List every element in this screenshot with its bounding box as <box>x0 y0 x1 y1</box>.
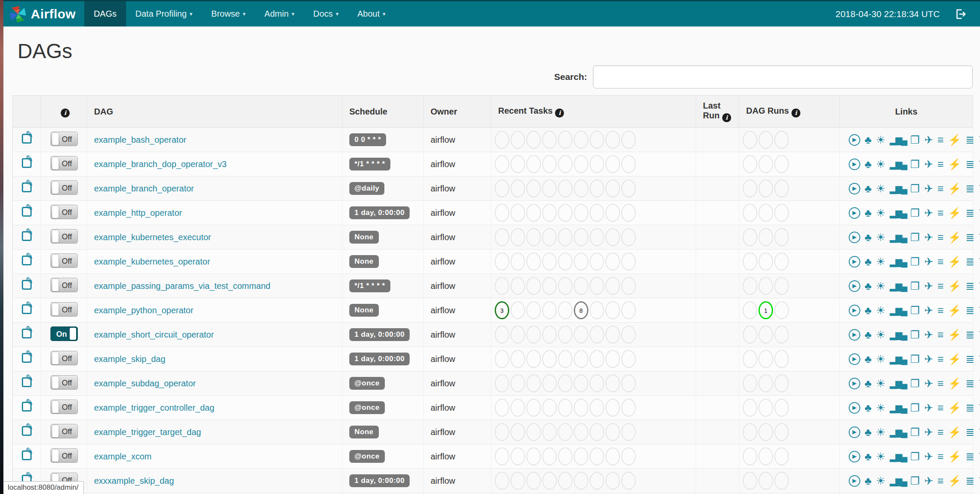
gantt-icon[interactable]: ≡ <box>937 427 944 438</box>
gantt-icon[interactable]: ≡ <box>937 159 944 170</box>
trigger-dag-icon[interactable]: ▶ <box>849 232 860 243</box>
graph-view-icon[interactable]: ☀ <box>876 256 885 267</box>
task-tries-icon[interactable]: ❐ <box>910 329 920 340</box>
task-duration-icon[interactable]: ▂▆▄ <box>890 452 906 461</box>
edit-dag-icon[interactable]: ✎ <box>22 426 32 436</box>
task-duration-icon[interactable]: ▂▆▄ <box>890 282 906 291</box>
task-tries-icon[interactable]: ❐ <box>910 403 920 413</box>
dag-link[interactable]: example_bash_operator <box>94 135 186 144</box>
code-icon[interactable]: ⚡ <box>948 403 961 413</box>
gantt-icon[interactable]: ≡ <box>937 208 944 218</box>
landing-times-icon[interactable]: ✈ <box>924 183 933 194</box>
edit-dag-icon[interactable]: ✎ <box>22 231 32 241</box>
trigger-dag-icon[interactable]: ▶ <box>849 378 860 389</box>
task-state-circle-success[interactable]: 3 <box>495 301 509 319</box>
task-duration-icon[interactable]: ▂▆▄ <box>890 233 906 242</box>
edit-dag-icon[interactable]: ✎ <box>22 256 32 265</box>
dag-link[interactable]: example_branch_dop_operator_v3 <box>94 159 227 169</box>
search-input[interactable] <box>593 65 973 88</box>
dag-details-icon[interactable]: ≣ <box>965 256 974 267</box>
task-duration-icon[interactable]: ▂▆▄ <box>890 476 906 485</box>
dag-pause-toggle[interactable]: Off <box>50 375 78 390</box>
code-icon[interactable]: ⚡ <box>948 135 961 145</box>
dag-link[interactable]: example_subdag_operator <box>94 379 196 388</box>
code-icon[interactable]: ⚡ <box>948 476 961 486</box>
graph-view-icon[interactable]: ☀ <box>876 427 885 438</box>
code-icon[interactable]: ⚡ <box>948 305 961 316</box>
dag-details-icon[interactable]: ≣ <box>965 427 974 438</box>
dag-pause-toggle[interactable]: Off <box>50 302 78 317</box>
gantt-icon[interactable]: ≡ <box>937 305 944 316</box>
dag-pause-toggle[interactable]: Off <box>50 180 78 195</box>
graph-view-icon[interactable]: ☀ <box>876 183 885 194</box>
dag-details-icon[interactable]: ≣ <box>965 451 974 462</box>
task-state-circle-queued[interactable]: 8 <box>574 301 588 319</box>
landing-times-icon[interactable]: ✈ <box>924 159 933 170</box>
dag-pause-toggle[interactable]: Off <box>50 351 78 365</box>
trigger-dag-icon[interactable]: ▶ <box>849 183 860 194</box>
edit-dag-icon[interactable]: ✎ <box>22 280 32 290</box>
trigger-dag-icon[interactable]: ▶ <box>849 402 860 414</box>
code-icon[interactable]: ⚡ <box>948 329 961 340</box>
task-tries-icon[interactable]: ❐ <box>910 159 920 170</box>
code-icon[interactable]: ⚡ <box>948 159 961 170</box>
landing-times-icon[interactable]: ✈ <box>924 476 933 486</box>
dag-details-icon[interactable]: ≣ <box>965 232 974 243</box>
trigger-dag-icon[interactable]: ▶ <box>849 451 860 462</box>
dag-link[interactable]: example_python_operator <box>94 306 193 315</box>
landing-times-icon[interactable]: ✈ <box>924 232 933 243</box>
dag-pause-toggle[interactable]: Off <box>50 448 78 463</box>
dag-link[interactable]: example_xcom <box>94 452 152 461</box>
nav-item-browse[interactable]: Browse▾ <box>202 1 255 26</box>
dag-link[interactable]: example_http_operator <box>94 208 182 218</box>
tree-view-icon[interactable]: ♣ <box>865 403 871 413</box>
gantt-icon[interactable]: ≡ <box>937 403 944 413</box>
code-icon[interactable]: ⚡ <box>948 378 961 389</box>
code-icon[interactable]: ⚡ <box>948 354 961 365</box>
graph-view-icon[interactable]: ☀ <box>876 451 885 462</box>
tree-view-icon[interactable]: ♣ <box>865 159 871 170</box>
edit-dag-icon[interactable]: ✎ <box>22 304 32 314</box>
task-tries-icon[interactable]: ❐ <box>910 305 920 316</box>
task-duration-icon[interactable]: ▂▆▄ <box>890 330 906 339</box>
trigger-dag-icon[interactable]: ▶ <box>849 207 860 219</box>
task-duration-icon[interactable]: ▂▆▄ <box>890 403 906 412</box>
task-duration-icon[interactable]: ▂▆▄ <box>890 135 906 144</box>
dag-details-icon[interactable]: ≣ <box>965 305 974 316</box>
nav-item-docs[interactable]: Docs▾ <box>304 1 348 26</box>
graph-view-icon[interactable]: ☀ <box>876 354 885 365</box>
landing-times-icon[interactable]: ✈ <box>924 329 933 340</box>
dag-details-icon[interactable]: ≣ <box>965 135 974 145</box>
tree-view-icon[interactable]: ♣ <box>865 256 871 267</box>
trigger-dag-icon[interactable]: ▶ <box>849 280 860 292</box>
task-duration-icon[interactable]: ▂▆▄ <box>890 184 906 193</box>
landing-times-icon[interactable]: ✈ <box>924 427 933 438</box>
task-tries-icon[interactable]: ❐ <box>910 378 920 389</box>
dag-pause-toggle[interactable]: Off <box>50 424 78 438</box>
graph-view-icon[interactable]: ☀ <box>876 403 885 413</box>
dag-details-icon[interactable]: ≣ <box>965 403 974 413</box>
dag-link[interactable]: example_kubernetes_executor <box>94 232 211 242</box>
logout-icon[interactable] <box>954 8 967 21</box>
landing-times-icon[interactable]: ✈ <box>924 135 933 145</box>
task-tries-icon[interactable]: ❐ <box>910 427 920 438</box>
gantt-icon[interactable]: ≡ <box>937 183 944 194</box>
tree-view-icon[interactable]: ♣ <box>865 476 871 486</box>
tree-view-icon[interactable]: ♣ <box>865 281 871 291</box>
dag-pause-toggle[interactable]: Off <box>50 253 78 268</box>
task-tries-icon[interactable]: ❐ <box>910 354 920 365</box>
code-icon[interactable]: ⚡ <box>948 183 961 194</box>
gantt-icon[interactable]: ≡ <box>937 378 944 389</box>
task-duration-icon[interactable]: ▂▆▄ <box>890 209 906 218</box>
dag-pause-toggle[interactable]: Off <box>50 156 78 171</box>
dag-link[interactable]: example_kubernetes_operator <box>94 257 210 266</box>
dag-details-icon[interactable]: ≣ <box>965 354 974 365</box>
tree-view-icon[interactable]: ♣ <box>865 135 871 145</box>
trigger-dag-icon[interactable]: ▶ <box>849 159 860 170</box>
dag-details-icon[interactable]: ≣ <box>965 378 974 389</box>
dag-details-icon[interactable]: ≣ <box>965 159 974 170</box>
task-tries-icon[interactable]: ❐ <box>910 135 920 145</box>
graph-view-icon[interactable]: ☀ <box>876 476 885 486</box>
tree-view-icon[interactable]: ♣ <box>865 354 871 365</box>
graph-view-icon[interactable]: ☀ <box>876 208 885 218</box>
